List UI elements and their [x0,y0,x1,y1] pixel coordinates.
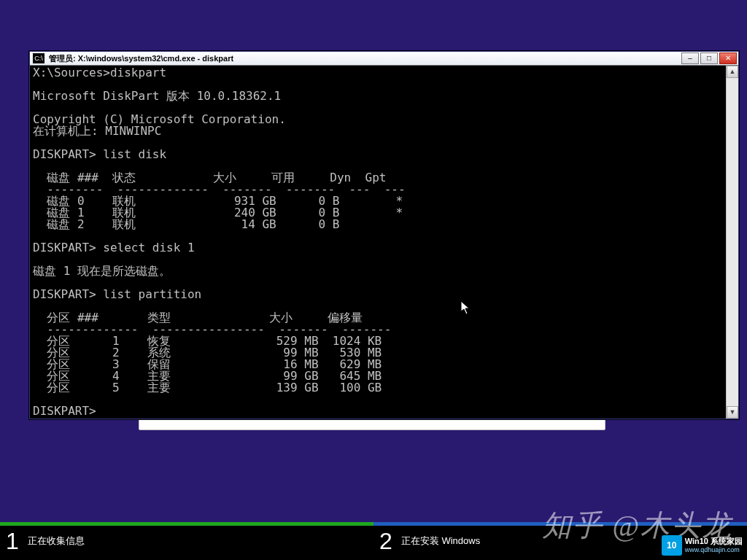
step-1-label: 正在收集信息 [28,534,85,548]
cmd-window: C:\ 管理员: X:\windows\system32\cmd.exe - d… [29,51,739,419]
cmd-icon: C:\ [33,53,44,63]
step-2-number: 2 [379,528,392,555]
titlebar[interactable]: C:\ 管理员: X:\windows\system32\cmd.exe - d… [30,52,738,66]
watermark-site-logo: 10 Win10 系统家园 www.qdhuajin.com [662,535,743,556]
minimize-button[interactable]: – [681,52,699,64]
window-buttons: – □ ✕ [681,52,737,64]
step-1-collecting-info[interactable]: 1 正在收集信息 [0,522,374,560]
logo-site-name: Win10 系统家园 [685,537,743,545]
close-button[interactable]: ✕ [719,52,737,64]
scroll-track[interactable] [727,78,738,406]
terminal-body: X:\Sources>diskpart Microsoft DiskPart 版… [30,66,738,419]
window-title: 管理员: X:\windows\system32\cmd.exe - diskp… [49,53,681,64]
step-1-accent [0,522,374,526]
vertical-scrollbar[interactable]: ▲ ▼ [726,66,738,419]
scroll-down-button[interactable]: ▼ [727,406,738,419]
logo-site-url: www.qdhuajin.com [685,545,743,554]
scroll-up-button[interactable]: ▲ [727,66,738,78]
step-2-label: 正在安装 Windows [401,534,480,548]
logo-badge-icon: 10 [662,535,682,556]
terminal-output[interactable]: X:\Sources>diskpart Microsoft DiskPart 版… [30,66,726,419]
maximize-button[interactable]: □ [700,52,718,64]
step-1-number: 1 [6,528,19,555]
